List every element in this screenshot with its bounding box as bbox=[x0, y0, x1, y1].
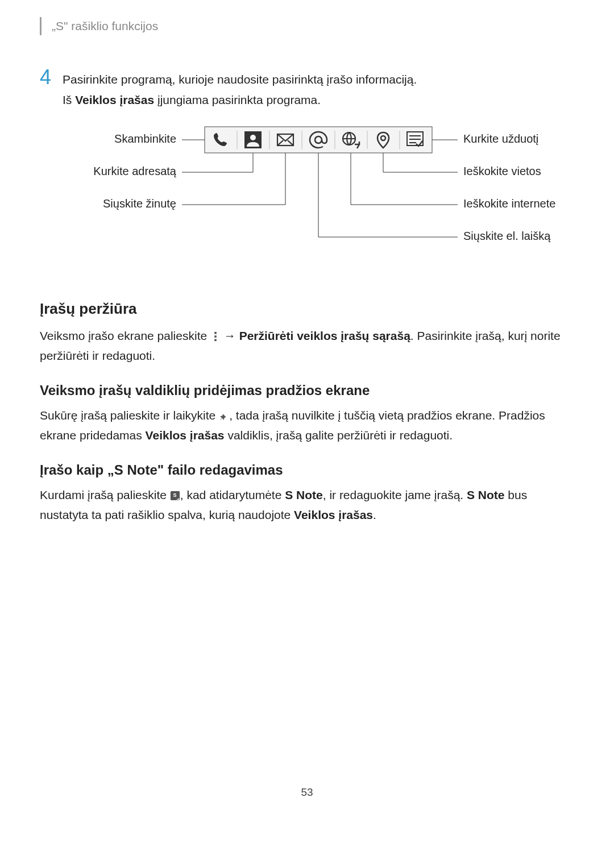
svg-rect-26 bbox=[214, 331, 217, 334]
diagram-svg: Skambinkite Kurkite adresatą Siųskite ži… bbox=[40, 124, 574, 272]
para-widgets: Sukūrę įrašą palieskite ir laikykite , t… bbox=[40, 406, 574, 445]
step-subtext: Iš Veiklos įrašas įjungiama pasirinkta p… bbox=[63, 93, 574, 107]
header-title: „S" rašiklio funkcijos bbox=[52, 19, 158, 33]
bold-text: S Note bbox=[285, 488, 323, 501]
action-memo-diagram: Skambinkite Kurkite adresatą Siųskite ži… bbox=[40, 124, 574, 272]
label-contact: Kurkite adresatą bbox=[93, 165, 177, 177]
bold-text: Peržiūrėti veiklos įrašų sąrašą bbox=[239, 329, 410, 342]
svg-rect-28 bbox=[214, 339, 217, 341]
text: . bbox=[373, 508, 376, 521]
bold-text: Veiklos įrašas bbox=[294, 508, 373, 521]
bold-text: Veiklos įrašas bbox=[146, 429, 225, 442]
subline-bold: Veiklos įrašas bbox=[75, 93, 154, 106]
text: valdiklis, įrašą galite peržiūrėti ir re… bbox=[225, 429, 453, 442]
heading-snote: Įrašo kaip „S Note" failo redagavimas bbox=[40, 462, 574, 478]
label-location: Ieškokite vietos bbox=[463, 165, 541, 177]
label-call: Skambinkite bbox=[114, 132, 176, 145]
page-number: 53 bbox=[40, 786, 574, 799]
svg-rect-0 bbox=[205, 127, 432, 153]
para-snote: Kurdami įrašą palieskite S, kad atidaryt… bbox=[40, 486, 574, 525]
snote-icon: S bbox=[170, 488, 180, 506]
label-message: Siųskite žinutę bbox=[103, 197, 176, 210]
page-header: „S" rašiklio funkcijos bbox=[40, 17, 574, 35]
text: Sukūrę įrašą palieskite ir laikykite bbox=[40, 409, 219, 422]
label-task: Kurkite užduotį bbox=[463, 132, 538, 145]
para-review: Veiksmo įrašo ekrane palieskite → Peržiū… bbox=[40, 327, 574, 366]
text: , kad atidarytumėte bbox=[180, 488, 285, 501]
arrow: → bbox=[221, 329, 239, 342]
text: , ir redaguokite jame įrašą. bbox=[323, 488, 467, 501]
subline-prefix: Iš bbox=[63, 93, 75, 106]
subline-suffix: įjungiama pasirinkta programa. bbox=[154, 93, 321, 106]
bold-text: S Note bbox=[467, 488, 505, 501]
svg-point-8 bbox=[250, 135, 256, 140]
text: Veiksmo įrašo ekrane palieskite bbox=[40, 329, 210, 342]
heading-widgets: Veiksmo įrašų valdiklių pridėjimas pradž… bbox=[40, 383, 574, 398]
step-text: Pasirinkite programą, kurioje naudosite … bbox=[63, 69, 574, 89]
step-number: 4 bbox=[40, 67, 63, 88]
heading-review: Įrašų peržiūra bbox=[40, 300, 574, 318]
label-web: Ieškokite internete bbox=[463, 197, 555, 210]
pin-small-icon bbox=[219, 408, 229, 427]
step-4: 4 Pasirinkite programą, kurioje naudosit… bbox=[40, 69, 574, 89]
more-icon bbox=[210, 329, 221, 347]
text: Kurdami įrašą palieskite bbox=[40, 488, 170, 501]
svg-rect-27 bbox=[214, 335, 217, 338]
person-icon bbox=[244, 131, 262, 148]
header-accent-bar bbox=[40, 17, 42, 35]
svg-text:S: S bbox=[173, 492, 176, 497]
label-email: Siųskite el. laišką bbox=[463, 230, 551, 242]
